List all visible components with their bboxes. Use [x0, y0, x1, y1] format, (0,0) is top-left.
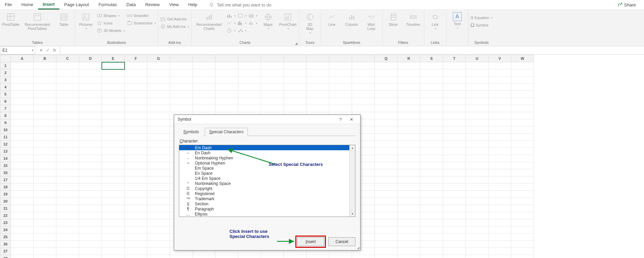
cell[interactable]	[79, 241, 102, 248]
cell[interactable]	[79, 126, 102, 134]
cell[interactable]	[34, 98, 56, 105]
cell[interactable]	[11, 91, 34, 98]
cell[interactable]	[329, 91, 352, 98]
cell[interactable]	[375, 112, 398, 119]
cell[interactable]	[420, 69, 443, 76]
cell[interactable]	[511, 162, 534, 169]
cell[interactable]	[34, 219, 56, 226]
slicer-button[interactable]: Slicer	[385, 12, 402, 27]
cancel-button[interactable]: Cancel	[328, 237, 355, 246]
cell[interactable]	[125, 141, 147, 148]
chart-type-button[interactable]: ▾	[227, 12, 236, 19]
cell[interactable]	[398, 105, 420, 112]
cell[interactable]	[375, 69, 398, 76]
cell[interactable]	[170, 84, 193, 91]
column-header[interactable]	[193, 55, 216, 62]
cell[interactable]	[34, 248, 56, 255]
cell[interactable]	[147, 62, 170, 69]
cell[interactable]	[125, 198, 147, 205]
list-item[interactable]: °Nonbreaking Space	[179, 181, 349, 186]
cell[interactable]	[352, 84, 375, 91]
cell[interactable]	[398, 226, 420, 234]
cell[interactable]	[511, 148, 534, 155]
column-header[interactable]	[307, 55, 329, 62]
cell[interactable]	[102, 198, 125, 205]
cell[interactable]	[102, 105, 125, 112]
cell[interactable]	[420, 198, 443, 205]
cell[interactable]	[216, 76, 238, 84]
equation-button[interactable]: πEquation▾	[471, 14, 493, 21]
cell[interactable]	[511, 176, 534, 184]
cell[interactable]	[466, 162, 489, 169]
cell[interactable]	[102, 162, 125, 169]
cell[interactable]	[56, 205, 79, 212]
cell[interactable]	[398, 184, 420, 191]
cell[interactable]	[375, 255, 398, 258]
cell[interactable]	[102, 148, 125, 155]
cell[interactable]	[11, 255, 34, 258]
cell[interactable]	[352, 255, 375, 258]
cell[interactable]	[102, 212, 125, 219]
table-button[interactable]: Table	[55, 12, 73, 27]
column-header[interactable]	[261, 55, 284, 62]
cell[interactable]	[11, 98, 34, 105]
cell[interactable]	[56, 84, 79, 91]
cell[interactable]	[11, 69, 34, 76]
cell[interactable]	[398, 205, 420, 212]
cell[interactable]	[420, 205, 443, 212]
cell[interactable]	[466, 126, 489, 134]
cell[interactable]	[147, 69, 170, 76]
cell[interactable]	[79, 105, 102, 112]
cell[interactable]	[352, 98, 375, 105]
cell[interactable]	[56, 69, 79, 76]
cell[interactable]	[420, 76, 443, 84]
cell[interactable]	[398, 119, 420, 126]
cell[interactable]	[102, 119, 125, 126]
icons-button[interactable]: Icons	[97, 20, 125, 27]
cell[interactable]	[375, 84, 398, 91]
cell[interactable]	[375, 226, 398, 234]
cell[interactable]	[102, 205, 125, 212]
cell[interactable]	[11, 155, 34, 162]
cell[interactable]	[11, 126, 34, 134]
cell[interactable]	[102, 69, 125, 76]
row-header[interactable]: 9	[0, 119, 11, 126]
cell[interactable]	[443, 148, 466, 155]
cell[interactable]	[443, 226, 466, 234]
cell[interactable]	[398, 91, 420, 98]
cell[interactable]	[79, 162, 102, 169]
cell[interactable]	[216, 105, 238, 112]
cell[interactable]	[398, 84, 420, 91]
cell[interactable]	[102, 112, 125, 119]
row-header[interactable]: 19	[0, 191, 11, 198]
chart-type-button[interactable]: ▾	[249, 12, 257, 19]
cell[interactable]	[375, 134, 398, 141]
cell[interactable]	[34, 205, 56, 212]
cell[interactable]	[375, 141, 398, 148]
cell[interactable]	[466, 76, 489, 84]
row-header[interactable]: 4	[0, 84, 11, 91]
cell[interactable]	[79, 226, 102, 234]
cell[interactable]	[284, 91, 307, 98]
cell[interactable]	[34, 84, 56, 91]
row-header[interactable]: 14	[0, 155, 11, 162]
tab-review[interactable]: Review	[141, 0, 165, 10]
chart-type-button[interactable]: ▾	[227, 20, 236, 27]
cell[interactable]	[102, 155, 125, 162]
cell[interactable]	[443, 76, 466, 84]
cell[interactable]	[284, 255, 307, 258]
cell[interactable]	[307, 69, 329, 76]
cell[interactable]	[125, 169, 147, 176]
cell[interactable]	[79, 184, 102, 191]
cell[interactable]	[511, 105, 534, 112]
column-header[interactable]: A	[11, 55, 34, 62]
cell[interactable]	[420, 155, 443, 162]
cell[interactable]	[193, 62, 216, 69]
cell[interactable]	[102, 234, 125, 241]
cell[interactable]	[34, 212, 56, 219]
cell[interactable]	[34, 91, 56, 98]
row-header[interactable]: 10	[0, 126, 11, 134]
cell[interactable]	[420, 226, 443, 234]
cell[interactable]	[79, 255, 102, 258]
cell[interactable]	[125, 255, 147, 258]
